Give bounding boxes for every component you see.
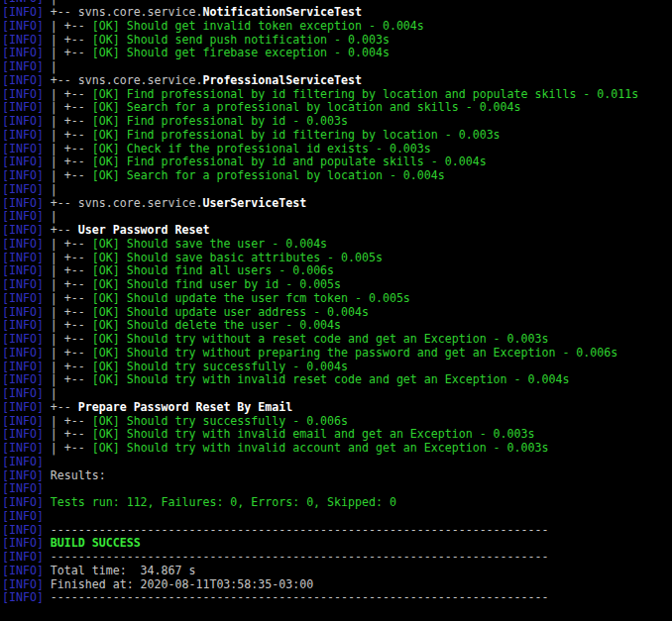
log-text: | +-- (44, 427, 92, 441)
log-level-tag: [INFO] (2, 237, 44, 251)
log-level-tag: [INFO] (2, 305, 44, 319)
console-line: [INFO] | +-- [OK] Should get invalid tok… (2, 20, 638, 34)
log-text: [OK] Check if the professional id exists… (92, 142, 431, 155)
log-text: [OK] Find professional by id and populat… (92, 155, 487, 168)
log-text: Total time: 34.867 s (44, 564, 196, 577)
log-level-tag: [INFO] (2, 19, 44, 33)
log-level-tag: [INFO] (2, 360, 44, 373)
log-text: | +-- (44, 128, 92, 142)
log-level-tag: [INFO] (2, 73, 44, 87)
log-level-tag: [INFO] (2, 142, 44, 155)
log-text: | +-- (44, 237, 92, 251)
console-line: [INFO] (2, 482, 638, 496)
log-level-tag: [INFO] (2, 59, 44, 73)
log-level-tag: [INFO] (2, 468, 44, 482)
log-level-tag: [INFO] (2, 196, 44, 210)
console-line: [INFO] | +-- [OK] Search for a professio… (2, 101, 638, 115)
console-line: [INFO] Results: (2, 469, 638, 483)
console-line: [INFO] | +-- [OK] Find professional by i… (2, 155, 638, 169)
log-text: | +-- (44, 305, 92, 319)
log-level-tag: [INFO] (2, 427, 44, 441)
log-level-tag: [INFO] (2, 332, 44, 346)
console-line: [INFO] | +-- [OK] Should try with invali… (2, 442, 638, 456)
log-level-tag: [INFO] (2, 128, 44, 142)
log-text: [OK] Find professional by id filtering b… (92, 87, 638, 101)
console-line: [INFO] Finished at: 2020-08-11T03:58:35-… (2, 578, 638, 592)
log-level-tag: [INFO] (2, 455, 44, 468)
log-level-tag: [INFO] (2, 5, 44, 19)
console-line: [INFO] | +-- [OK] Should find user by id… (2, 278, 638, 292)
log-text: [OK] Should find all users - 0.006s (92, 263, 334, 277)
console-line: [INFO] | +-- [OK] Should try with invali… (2, 373, 638, 387)
log-text: [OK] Should get invalid token exception … (92, 19, 424, 33)
console-line: [INFO] | +-- [OK] Search for a professio… (2, 169, 638, 183)
log-text: | +-- (44, 46, 92, 59)
console-output[interactable]: [INFO] |[INFO] +-- svns.core.service.Not… (2, 0, 638, 605)
log-level-tag: [INFO] (2, 441, 44, 455)
console-line: [INFO] Tests run: 112, Failures: 0, Erro… (2, 496, 638, 510)
console-line: [INFO] +-- svns.core.service.Professiona… (2, 74, 638, 88)
log-text: [OK] Search for a professional by locati… (92, 168, 445, 182)
log-level-tag: [INFO] (2, 46, 44, 59)
console-line: [INFO] ---------------------------------… (2, 551, 638, 565)
log-text: [OK] Should try with invalid email and g… (92, 427, 535, 441)
log-text: [OK] Should get firebase exception - 0.0… (92, 46, 390, 59)
log-text: | +-- (44, 168, 92, 182)
log-text: | +-- (44, 87, 92, 101)
log-level-tag: [INFO] (2, 100, 44, 114)
log-level-tag: [INFO] (2, 564, 44, 577)
log-text: | +-- (44, 155, 92, 168)
log-text: | +-- (44, 414, 92, 428)
log-text: [OK] Should try successfully - 0.004s (92, 360, 348, 373)
log-level-tag: [INFO] (2, 155, 44, 168)
console-line: [INFO] | +-- [OK] Should try successfull… (2, 361, 638, 374)
console-line: [INFO] +-- svns.core.service.UserService… (2, 197, 638, 211)
log-text: [OK] Find professional by id - 0.003s (92, 114, 348, 128)
log-text: Results: (44, 468, 106, 482)
log-text: BUILD SUCCESS (44, 536, 141, 550)
log-level-tag: [INFO] (2, 168, 44, 182)
console-line: [INFO] +-- svns.core.service.Notificatio… (2, 6, 638, 20)
log-text: | +-- (44, 142, 92, 155)
console-line: [INFO] | +-- [OK] Should send push notif… (2, 34, 638, 48)
log-text: [OK] Should update user address - 0.004s (92, 305, 369, 319)
console-line: [INFO] +-- User Password Reset (2, 224, 638, 238)
log-level-tag: [INFO] (2, 277, 44, 291)
log-text: | +-- (44, 291, 92, 305)
log-level-tag: [INFO] (2, 318, 44, 332)
log-text: | (44, 59, 57, 73)
log-level-tag: [INFO] (2, 182, 44, 196)
log-text: [OK] Should try with invalid account and… (92, 441, 549, 455)
log-level-tag: [INFO] (2, 251, 44, 264)
log-text: UserServiceTest (202, 196, 306, 210)
log-level-tag: [INFO] (2, 209, 44, 223)
console-line: [INFO] | +-- [OK] Should save basic attr… (2, 252, 638, 265)
log-text: ----------------------------------------… (44, 550, 549, 564)
console-line: [INFO] | +-- [OK] Should find all users … (2, 264, 638, 278)
console-line: [INFO] BUILD SUCCESS (2, 537, 638, 551)
console-line: [INFO] | (2, 60, 638, 74)
log-text: NotificationServiceTest (202, 5, 362, 19)
log-text: | +-- (44, 332, 92, 346)
log-text: | +-- (44, 263, 92, 277)
log-text: +-- svns.core.service. (44, 196, 203, 210)
log-text: +-- svns.core.service. (44, 5, 203, 19)
console-line: [INFO] | +-- [OK] Should try successfull… (2, 415, 638, 429)
log-level-tag: [INFO] (2, 509, 44, 523)
log-text: +-- (44, 400, 78, 414)
console-line: [INFO] | +-- [OK] Should try with invali… (2, 428, 638, 442)
log-text: [OK] Should update the user fcm token - … (92, 291, 410, 305)
log-text: [OK] Should try with invalid reset code … (92, 372, 570, 386)
log-text: ----------------------------------------… (44, 590, 549, 604)
log-text: Prepare Password Reset By Email (78, 400, 292, 414)
log-level-tag: [INFO] (2, 223, 44, 237)
log-level-tag: [INFO] (2, 495, 44, 509)
log-text: +-- svns.core.service. (44, 73, 203, 87)
log-text: | +-- (44, 372, 92, 386)
console-line: [INFO] | +-- [OK] Check if the professio… (2, 143, 638, 156)
console-line: [INFO] | (2, 387, 638, 401)
log-text: +-- (44, 223, 78, 237)
console-line: [INFO] (2, 510, 638, 524)
log-text: [OK] Search for a professional by locati… (92, 100, 521, 114)
log-text: | +-- (44, 360, 92, 373)
